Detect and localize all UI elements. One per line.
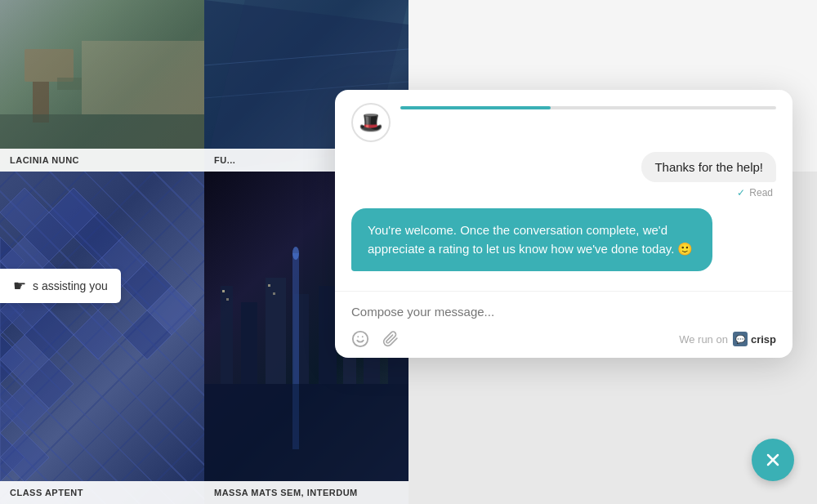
progress-bar-track <box>400 106 776 109</box>
caption-night: MASSA MATS SEM, INTERDUM <box>204 481 408 504</box>
compose-input[interactable] <box>351 305 776 319</box>
svg-point-43 <box>292 247 299 260</box>
msg-bubble-incoming: You're welcome. Once the conversation co… <box>351 208 712 271</box>
svg-marker-25 <box>74 310 123 359</box>
msg-bubble-outgoing: Thanks for the help! <box>641 152 776 182</box>
msg-incoming: You're welcome. Once the conversation co… <box>351 208 776 271</box>
caption-geometric: CLASS APTENT <box>0 481 204 504</box>
svg-rect-46 <box>226 298 229 301</box>
chat-widget: 🎩 Thanks for the help! ✓ Read You're wel… <box>335 90 792 358</box>
svg-rect-48 <box>273 292 275 295</box>
progress-bar-fill <box>400 106 551 109</box>
crisp-icon: 💬 <box>733 332 748 346</box>
attachment-button[interactable] <box>382 330 399 348</box>
crisp-name: crisp <box>751 333 776 346</box>
fab-close-button[interactable] <box>752 439 794 481</box>
bg-cell-geometric: CLASS APTENT <box>0 172 204 504</box>
svg-rect-42 <box>292 253 299 384</box>
agent-avatar-icon: 🎩 <box>353 105 389 140</box>
chat-progress <box>400 103 776 109</box>
checkmark-icon: ✓ <box>737 187 745 198</box>
agent-avatar: 🎩 <box>351 103 391 142</box>
msg-status: ✓ Read <box>351 187 776 198</box>
svg-rect-2 <box>57 78 82 90</box>
msg-outgoing: Thanks for the help! <box>351 152 776 182</box>
svg-rect-47 <box>268 284 270 287</box>
emoji-button[interactable] <box>351 330 369 348</box>
powered-by-label: We run on <box>679 333 728 346</box>
bg-cell-outdoor: LACINIA NUNC <box>0 0 204 172</box>
crisp-logo: 💬 crisp <box>733 332 776 346</box>
svg-rect-4 <box>82 41 204 114</box>
chat-compose: We run on 💬 crisp <box>335 291 792 358</box>
caption-outdoor: LACINIA NUNC <box>0 149 204 172</box>
svg-rect-44 <box>292 384 299 449</box>
svg-rect-38 <box>319 286 337 384</box>
chat-messages: Thanks for the help! ✓ Read You're welco… <box>335 142 792 291</box>
svg-point-49 <box>353 332 368 346</box>
svg-rect-0 <box>25 49 74 82</box>
powered-by: We run on 💬 crisp <box>679 332 776 346</box>
tooltip-overlay: ☛ s assisting you <box>0 269 121 303</box>
svg-rect-45 <box>222 290 225 292</box>
chat-header: 🎩 <box>335 90 792 142</box>
tooltip-text: s assisting you <box>33 279 108 292</box>
compose-icons <box>351 330 399 348</box>
svg-rect-36 <box>266 278 286 384</box>
compose-toolbar: We run on 💬 crisp <box>351 330 776 348</box>
svg-rect-35 <box>241 302 257 384</box>
cursor-icon: ☛ <box>13 277 26 295</box>
